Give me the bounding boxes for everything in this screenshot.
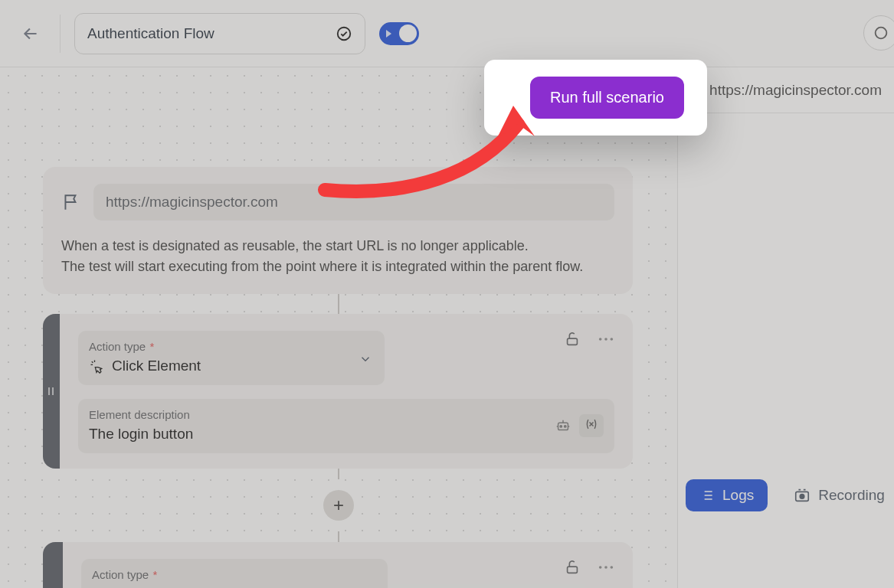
svg-point-7	[611, 338, 614, 341]
step-card-1: Action type * Click Element Element desc…	[43, 314, 633, 469]
unlock-icon[interactable]	[564, 559, 581, 576]
element-description-field[interactable]: Element description The login button	[78, 399, 614, 453]
svg-point-5	[599, 338, 602, 341]
recording-tab-label: Recording	[818, 487, 885, 504]
svg-rect-4	[568, 338, 578, 345]
grip-icon	[47, 384, 56, 399]
start-url-card: When a test is designated as reusable, t…	[43, 167, 633, 294]
chevron-down-icon	[359, 352, 372, 366]
preview-url-text: https://magicinspector.com	[709, 82, 882, 99]
required-asterisk: *	[149, 568, 157, 581]
robot-icon[interactable]	[555, 417, 571, 434]
variable-icon	[584, 417, 599, 431]
arrow-left-icon	[21, 24, 41, 44]
start-url-input[interactable]	[93, 184, 614, 220]
check-circle-icon	[336, 25, 352, 42]
action-type-label: Action type	[92, 568, 149, 581]
click-icon	[89, 358, 104, 374]
action-type-select[interactable]: Action type * Click Element	[78, 331, 385, 385]
scenario-title-label: Authentication Flow	[87, 25, 214, 42]
sidebar-tabs: Logs Recording	[686, 479, 886, 511]
svg-point-10	[565, 425, 566, 426]
flow-connector	[338, 469, 339, 479]
step-drag-handle[interactable]	[43, 542, 63, 588]
preview-url-bar: https://magicinspector.com	[678, 67, 894, 113]
flow-connector	[338, 531, 339, 542]
back-button[interactable]	[15, 18, 46, 49]
preview-sidebar: https://magicinspector.com Logs Recordin…	[677, 67, 894, 588]
step-card-2: Action type *	[43, 542, 633, 588]
divider	[60, 15, 61, 53]
desc-line-1: When a test is designated as reusable, t…	[61, 236, 614, 256]
svg-point-0	[338, 27, 351, 40]
logs-tab-label: Logs	[722, 487, 754, 504]
run-scenario-popover: Run full scenario	[484, 60, 707, 136]
svg-point-12	[599, 566, 602, 569]
app-header: Authentication Flow	[0, 0, 894, 67]
flow-connector	[338, 294, 339, 314]
required-asterisk: *	[146, 340, 154, 353]
autoplay-toggle[interactable]	[379, 22, 419, 45]
svg-point-1	[876, 28, 887, 39]
header-action-button[interactable]	[863, 15, 894, 51]
svg-point-9	[560, 425, 562, 426]
flow-canvas[interactable]: When a test is designated as reusable, t…	[0, 67, 677, 588]
svg-point-13	[604, 566, 607, 569]
run-full-scenario-button[interactable]: Run full scenario	[530, 77, 684, 119]
recording-icon	[794, 487, 810, 504]
more-icon	[873, 24, 889, 41]
step-drag-handle[interactable]	[43, 314, 60, 469]
unlock-icon[interactable]	[564, 331, 581, 348]
more-horizontal-icon[interactable]	[598, 565, 614, 570]
element-desc-label: Element description	[89, 408, 193, 421]
recording-tab[interactable]: Recording	[780, 479, 894, 511]
svg-point-14	[611, 566, 614, 569]
svg-point-6	[604, 338, 607, 341]
svg-rect-11	[568, 567, 578, 573]
variable-chip[interactable]	[579, 414, 604, 437]
desc-line-2: The test will start executing from the p…	[61, 256, 614, 277]
start-card-description: When a test is designated as reusable, t…	[61, 236, 614, 277]
play-icon	[386, 30, 391, 38]
list-icon	[699, 488, 715, 503]
add-step-button[interactable]: +	[323, 490, 354, 521]
svg-point-17	[800, 495, 804, 499]
element-desc-value: The login button	[89, 426, 193, 443]
action-type-select[interactable]: Action type *	[81, 559, 388, 588]
svg-rect-2	[48, 387, 50, 395]
toggle-knob	[399, 24, 417, 42]
logs-tab[interactable]: Logs	[686, 479, 768, 511]
flag-icon	[61, 192, 81, 212]
more-horizontal-icon[interactable]	[598, 337, 614, 341]
svg-rect-3	[52, 387, 54, 395]
action-type-label: Action type	[89, 340, 146, 353]
action-type-value: Click Element	[112, 358, 201, 374]
scenario-title-input[interactable]: Authentication Flow	[74, 13, 365, 54]
